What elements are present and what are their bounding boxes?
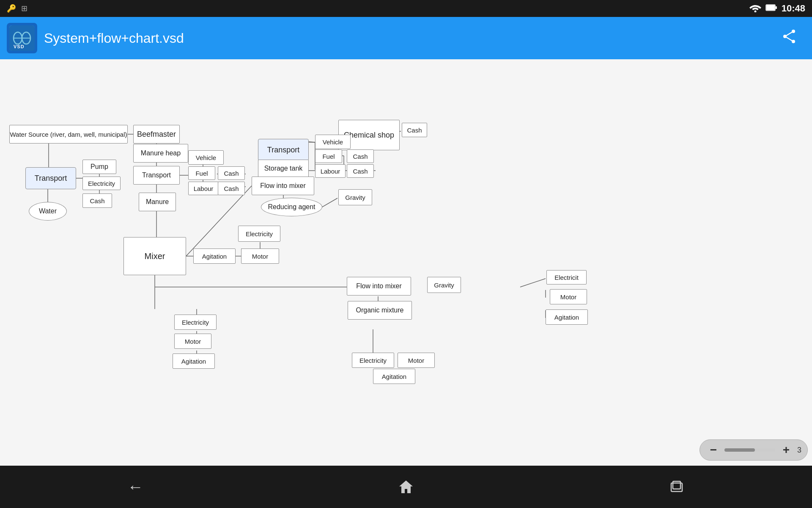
node-mixer[interactable]: Mixer <box>123 237 186 275</box>
node-gravity1[interactable]: Gravity <box>338 189 372 205</box>
node-electricity2[interactable]: Electricity <box>238 226 280 242</box>
back-button[interactable]: ← <box>110 473 160 501</box>
node-reducing-agent[interactable]: Reducing agent <box>261 198 322 216</box>
node-gravity2[interactable]: Gravity <box>427 277 461 293</box>
recents-button[interactable] <box>652 474 702 500</box>
time-display: 10:48 <box>782 3 805 14</box>
node-fuel1[interactable]: Fuel <box>188 166 215 180</box>
zoom-in-button[interactable]: + <box>779 442 794 458</box>
node-transport3[interactable]: Transport <box>258 139 309 161</box>
diagram-canvas[interactable]: Water Source (river, dam, well, municipa… <box>0 59 812 466</box>
nav-bar: ← <box>0 466 812 508</box>
node-electricity1[interactable]: Electricity <box>82 177 121 190</box>
svg-line-48 <box>321 198 337 207</box>
svg-rect-3 <box>766 5 775 10</box>
zoom-out-button[interactable]: − <box>706 442 721 458</box>
node-cash6[interactable]: Cash <box>347 164 374 178</box>
svg-rect-2 <box>775 6 777 9</box>
node-labour2[interactable]: Labour <box>315 164 346 178</box>
app-bar: VSD System+flow+chart.vsd <box>0 17 812 59</box>
node-agitation1[interactable]: Agitation <box>193 248 236 264</box>
node-agitation4[interactable]: Agitation <box>546 309 588 325</box>
wifi-icon <box>749 3 761 14</box>
node-labour1[interactable]: Labour <box>188 182 219 195</box>
node-electricity4[interactable]: Electricity <box>352 353 394 368</box>
svg-rect-63 <box>673 481 680 489</box>
node-motor3[interactable]: Motor <box>398 353 435 368</box>
node-transport1[interactable]: Transport <box>25 167 76 189</box>
svg-point-0 <box>754 10 756 12</box>
node-water-source[interactable]: Water Source (river, dam, well, municipa… <box>9 125 128 144</box>
node-cash4[interactable]: Cash <box>402 123 427 137</box>
node-vehicle2[interactable]: Vehicle <box>315 135 351 149</box>
node-manure[interactable]: Manure <box>139 193 176 211</box>
node-pump[interactable]: Pump <box>82 160 116 174</box>
grid-icon: ⊞ <box>21 4 27 13</box>
home-button[interactable] <box>381 474 431 500</box>
battery-icon <box>765 4 777 14</box>
node-motor1[interactable]: Motor <box>241 248 279 264</box>
svg-line-12 <box>785 31 793 36</box>
svg-line-59 <box>520 279 546 287</box>
zoom-slider[interactable] <box>724 448 775 452</box>
node-water[interactable]: Water <box>29 202 67 221</box>
svg-line-13 <box>785 36 793 41</box>
share-button[interactable] <box>773 25 805 51</box>
app-title: System+flow+chart.vsd <box>44 30 766 46</box>
app-icon: VSD <box>7 23 37 53</box>
node-fuel2[interactable]: Fuel <box>315 149 342 163</box>
node-cash1[interactable]: Cash <box>82 193 112 208</box>
node-agitation3[interactable]: Agitation <box>373 369 415 384</box>
node-vehicle1[interactable]: Vehicle <box>188 150 224 165</box>
node-agitation2[interactable]: Agitation <box>173 353 215 369</box>
node-flow-into-mixer2[interactable]: Flow into mixer <box>347 277 411 295</box>
node-organic-mixture[interactable]: Organic mixture <box>348 301 412 320</box>
node-cash2[interactable]: Cash <box>218 166 245 180</box>
node-cash5[interactable]: Cash <box>347 149 374 163</box>
node-flow-into-mixer1[interactable]: Flow into mixer <box>252 177 314 195</box>
node-storage-tank[interactable]: Storage tank <box>258 160 309 177</box>
node-cash3[interactable]: Cash <box>218 182 245 195</box>
status-bar: 🔑 ⊞ 10:48 <box>0 0 812 17</box>
node-electricity5[interactable]: Electricit <box>546 270 587 284</box>
svg-text:VSD: VSD <box>14 44 25 49</box>
node-motor2[interactable]: Motor <box>174 334 211 349</box>
node-motor4[interactable]: Motor <box>550 289 587 304</box>
node-electricity3[interactable]: Electricity <box>174 315 217 330</box>
node-beefmaster[interactable]: Beefmaster <box>133 125 180 144</box>
zoom-level: 3 <box>797 446 801 455</box>
node-manure-heap[interactable]: Manure heap <box>133 144 188 163</box>
svg-line-49 <box>186 186 252 256</box>
zoom-controls: − + 3 <box>700 439 808 461</box>
key-icon: 🔑 <box>7 4 16 13</box>
node-transport2[interactable]: Transport <box>133 166 180 185</box>
